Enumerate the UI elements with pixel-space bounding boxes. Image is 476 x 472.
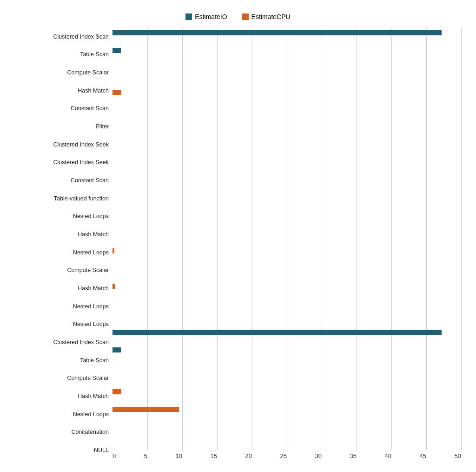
y-label: Nested Loops bbox=[15, 245, 109, 260]
grid-line bbox=[461, 28, 462, 451]
y-label: Constant Scan bbox=[15, 173, 109, 188]
bar-row bbox=[112, 328, 461, 344]
y-axis-labels: Clustered Index ScanTable ScanCompute Sc… bbox=[15, 28, 112, 459]
x-tick-label: 40 bbox=[385, 452, 391, 459]
y-label: Nested Loops bbox=[15, 316, 109, 332]
bar-io bbox=[112, 30, 442, 35]
bar-row bbox=[112, 81, 461, 97]
bar-row bbox=[112, 205, 461, 220]
y-label: Concatenation bbox=[15, 424, 109, 440]
bar-row bbox=[112, 293, 461, 309]
y-label: Hash Match bbox=[15, 83, 109, 99]
bar-row bbox=[112, 275, 461, 291]
bar-row bbox=[112, 169, 461, 185]
y-label: Clustered Index Scan bbox=[15, 334, 109, 350]
x-tick-label: 25 bbox=[280, 452, 287, 459]
bar-row bbox=[112, 434, 461, 450]
y-label: Clustered Index Seek bbox=[15, 154, 109, 170]
bar-row bbox=[112, 399, 461, 414]
y-label: Compute Scalar bbox=[15, 262, 109, 278]
y-label: Nested Loops bbox=[15, 299, 109, 314]
bar-row bbox=[112, 152, 461, 168]
legend-item: EstimateCPU bbox=[242, 13, 291, 20]
bar-io bbox=[112, 347, 121, 352]
x-tick-label: 50 bbox=[455, 452, 461, 459]
x-tick-label: 45 bbox=[420, 452, 426, 459]
legend-label: EstimateIO bbox=[195, 13, 227, 20]
bar-cpu bbox=[112, 407, 179, 412]
bar-row bbox=[112, 222, 461, 238]
bar-cpu bbox=[112, 389, 121, 394]
y-label: Nested Loops bbox=[15, 208, 109, 224]
y-label: Hash Match bbox=[15, 388, 109, 404]
x-tick-label: 30 bbox=[315, 452, 322, 459]
y-label: Hash Match bbox=[15, 280, 109, 296]
bar-row bbox=[112, 363, 461, 379]
x-tick-label: 35 bbox=[350, 452, 357, 459]
bar-row bbox=[112, 117, 461, 133]
x-tick-label: 0 bbox=[112, 452, 116, 459]
y-label: Hash Match bbox=[15, 226, 109, 242]
y-label: Compute Scalar bbox=[15, 370, 109, 386]
y-label: Table Scan bbox=[15, 352, 109, 368]
bar-cpu bbox=[112, 90, 121, 95]
y-label: Clustered Index Seek bbox=[15, 137, 109, 153]
y-label: Nested Loops bbox=[15, 406, 109, 422]
bar-row bbox=[112, 310, 461, 326]
bar-row bbox=[112, 28, 461, 44]
bar-row bbox=[112, 134, 461, 150]
y-label: Clustered Index Scan bbox=[15, 29, 109, 45]
y-label: Table Scan bbox=[15, 47, 109, 62]
x-tick-label: 10 bbox=[176, 452, 182, 459]
y-label: Filter bbox=[15, 119, 109, 134]
x-tick-label: 15 bbox=[211, 452, 217, 459]
bar-io bbox=[112, 330, 442, 335]
bar-io bbox=[112, 48, 121, 53]
chart-container: EstimateIOEstimateCPU Clustered Index Sc… bbox=[15, 13, 461, 459]
bar-cpu bbox=[112, 248, 114, 253]
y-label: Compute Scalar bbox=[15, 65, 109, 80]
y-label: Table-valued function bbox=[15, 191, 109, 206]
bar-row bbox=[112, 381, 461, 397]
grid-bars bbox=[112, 28, 461, 451]
bar-row bbox=[112, 64, 461, 80]
bar-row bbox=[112, 46, 461, 62]
bars-container bbox=[112, 28, 461, 451]
bar-row bbox=[112, 346, 461, 361]
bar-row bbox=[112, 99, 461, 115]
chart-legend: EstimateIOEstimateCPU bbox=[185, 13, 290, 20]
x-axis: 05101520253035404550 bbox=[112, 451, 461, 459]
y-label: NULL bbox=[15, 442, 109, 458]
bar-row bbox=[112, 258, 461, 273]
x-tick-label: 20 bbox=[245, 452, 252, 459]
bar-row bbox=[112, 240, 461, 256]
legend-item: EstimateIO bbox=[185, 13, 227, 20]
bar-row bbox=[112, 416, 461, 432]
bar-row bbox=[112, 187, 461, 203]
plot-area: 05101520253035404550 bbox=[112, 28, 461, 459]
legend-color bbox=[185, 13, 192, 20]
legend-color bbox=[242, 13, 249, 20]
legend-label: EstimateCPU bbox=[251, 13, 291, 20]
bar-cpu bbox=[112, 284, 115, 289]
x-tick-label: 5 bbox=[144, 452, 147, 459]
y-label: Constant Scan bbox=[15, 100, 109, 116]
